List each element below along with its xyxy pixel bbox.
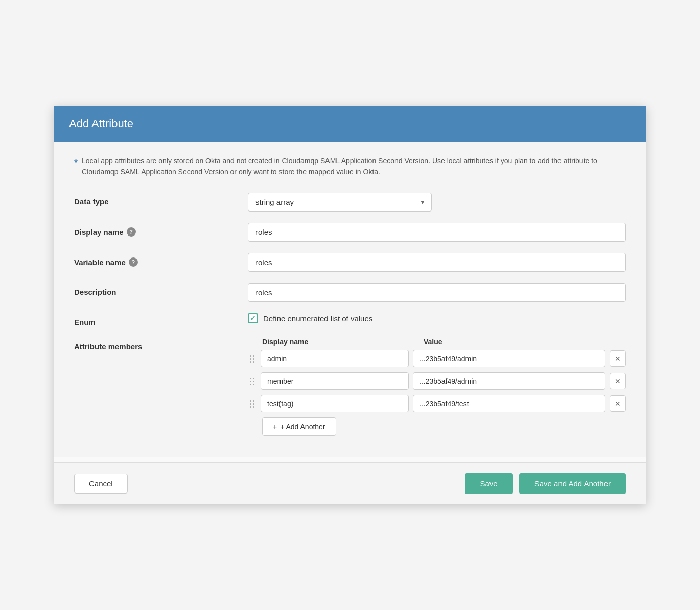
attr-members-header: Display name Value (248, 338, 626, 346)
enum-checkbox-label: Define enumerated list of values (263, 314, 372, 323)
enum-checkbox-row: ✓ Define enumerated list of values (248, 313, 626, 323)
modal-title: Add Attribute (69, 117, 631, 130)
modal-footer: Cancel Save Save and Add Another (54, 462, 646, 504)
display-name-control (248, 223, 626, 242)
drag-handle-icon[interactable] (248, 353, 256, 365)
notice-text: * Local app attributes are only stored o… (74, 156, 626, 177)
attribute-members-row: Attribute members Display name Value (74, 338, 626, 436)
attribute-members-label: Attribute members (74, 338, 248, 351)
display-name-input[interactable] (248, 223, 626, 242)
add-another-button[interactable]: + + Add Another (262, 417, 336, 436)
modal-header: Add Attribute (54, 106, 646, 142)
attr-display-input[interactable] (261, 372, 409, 390)
attribute-members-content: Display name Value ✕ (248, 338, 626, 436)
col-value-header: Value (415, 338, 626, 346)
data-type-select[interactable]: string string array integer number boole… (248, 193, 432, 212)
drag-handle-icon[interactable] (248, 398, 256, 410)
data-type-select-wrapper: string string array integer number boole… (248, 193, 432, 212)
notice-content: Local app attributes are only stored on … (82, 156, 626, 177)
description-control (248, 283, 626, 302)
data-type-label: Data type (74, 193, 248, 206)
attr-member-row: ✕ (248, 395, 626, 412)
display-name-help-icon: ? (127, 227, 136, 237)
display-name-row: Display name ? (74, 223, 626, 242)
checkmark-icon: ✓ (250, 314, 256, 322)
attr-member-row: ✕ (248, 372, 626, 390)
asterisk-icon: * (74, 156, 78, 170)
display-name-label: Display name ? (74, 223, 248, 237)
attr-display-input[interactable] (261, 395, 409, 412)
add-attribute-modal: Add Attribute * Local app attributes are… (54, 106, 646, 504)
variable-name-help-icon: ? (129, 257, 138, 267)
remove-row-button[interactable]: ✕ (610, 395, 626, 412)
cancel-button[interactable]: Cancel (74, 474, 128, 494)
attr-value-input[interactable] (413, 350, 605, 367)
description-row: Description (74, 283, 626, 302)
col-display-name-header: Display name (262, 338, 415, 346)
variable-name-control (248, 253, 626, 272)
drag-handle-icon[interactable] (248, 376, 256, 387)
variable-name-input[interactable] (248, 253, 626, 272)
data-type-row: Data type string string array integer nu… (74, 193, 626, 212)
footer-right-actions: Save Save and Add Another (465, 473, 626, 494)
attr-member-row: ✕ (248, 350, 626, 367)
plus-icon: + (273, 423, 277, 431)
modal-body: * Local app attributes are only stored o… (54, 142, 646, 457)
save-button[interactable]: Save (465, 473, 513, 494)
attr-value-input[interactable] (413, 395, 605, 412)
save-and-add-another-button[interactable]: Save and Add Another (519, 473, 626, 494)
enum-row: Enum ✓ Define enumerated list of values (74, 313, 626, 326)
variable-name-row: Variable name ? (74, 253, 626, 272)
description-label: Description (74, 283, 248, 296)
description-input[interactable] (248, 283, 626, 302)
enum-label: Enum (74, 313, 248, 326)
attr-value-input[interactable] (413, 372, 605, 390)
remove-row-button[interactable]: ✕ (610, 373, 626, 389)
data-type-control: string string array integer number boole… (248, 193, 626, 212)
variable-name-label: Variable name ? (74, 253, 248, 267)
attr-display-input[interactable] (261, 350, 409, 367)
enum-control: ✓ Define enumerated list of values (248, 313, 626, 323)
remove-row-button[interactable]: ✕ (610, 350, 626, 367)
add-another-label: + Add Another (280, 423, 325, 431)
enum-checkbox[interactable]: ✓ (248, 313, 258, 323)
